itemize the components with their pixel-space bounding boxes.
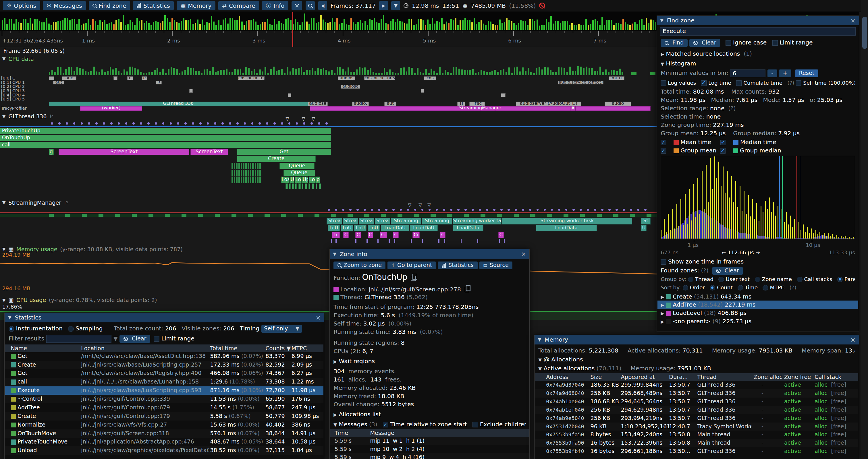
alloc-link[interactable]: alloc — [814, 415, 828, 421]
timeline-zone[interactable]: LoU — [341, 225, 353, 231]
found-zone-group[interactable]: ▶ Create (54,131) 643.34 ms — [657, 293, 859, 301]
message-dot[interactable] — [251, 122, 254, 125]
message-dot[interactable] — [110, 122, 113, 125]
message-dot[interactable] — [303, 122, 305, 125]
timeline-zone[interactable]: Queue — [283, 170, 315, 176]
collapse-icon[interactable]: ▼ — [2, 298, 6, 303]
table-row[interactable]: calljni/../jni/../../../src/claw/base/Lu… — [5, 378, 323, 386]
show-zone-time-checkbox[interactable] — [661, 259, 666, 265]
frame-menu-button[interactable]: ▼ — [391, 1, 400, 10]
timeline-zone[interactable] — [501, 93, 505, 97]
option-checkbox[interactable] — [796, 80, 801, 86]
group-by-radio[interactable] — [797, 277, 802, 282]
zone-info-titlebar[interactable]: ▼ Zone info × — [330, 249, 530, 259]
alloc-link[interactable]: alloc — [814, 406, 828, 413]
timeline-zone[interactable]: audiose — [341, 85, 360, 89]
sort-by-radio[interactable] — [683, 285, 688, 291]
timeline-zone[interactable]: OnTouchUp — [0, 135, 331, 141]
relative-time-checkbox[interactable] — [383, 422, 388, 427]
group-mean-checkbox[interactable] — [661, 148, 666, 154]
collapse-icon[interactable]: ▼ — [2, 247, 6, 252]
clear-found-button[interactable]: Clear — [712, 267, 743, 275]
expander-icon[interactable]: ▶ — [661, 295, 664, 300]
timeline-zone[interactable]: Streaming worker tas — [453, 218, 502, 224]
message-dot[interactable] — [155, 122, 157, 125]
tools-button[interactable]: ⚒ — [291, 1, 302, 10]
close-icon[interactable]: × — [850, 336, 856, 343]
message-dot[interactable] — [266, 122, 268, 125]
find-zone-search-input[interactable]: Execute — [660, 27, 855, 36]
collapse-icon[interactable]: ▼ — [2, 56, 6, 61]
memory-usage-header[interactable]: ▼ ▦ Memory usage (y-range: 30.88 KB, vis… — [2, 246, 183, 253]
message-dot[interactable] — [616, 209, 618, 211]
message-dot[interactable] — [66, 122, 68, 125]
timeline-zone[interactable]: Streaming — [391, 218, 421, 224]
message-dot[interactable] — [407, 209, 409, 211]
expander-icon[interactable]: ▼ — [538, 357, 542, 363]
timing-dropdown[interactable]: Self only▼ — [261, 325, 302, 333]
timeline-zone[interactable]: (worker) — [80, 106, 142, 111]
timeline-zone[interactable]: LoU — [354, 225, 366, 231]
expander-icon[interactable]: ▼ — [661, 61, 664, 67]
message-marker-icon[interactable]: ▽ — [408, 203, 411, 207]
group-median-checkbox[interactable] — [720, 148, 725, 154]
table-row[interactable]: Createjni/../jni/src/guif/Control.cpp:17… — [5, 412, 323, 421]
message-dot[interactable] — [273, 122, 276, 125]
timeline-zone[interactable]: Ti — [457, 102, 465, 106]
timeline-zone[interactable]: aut — [53, 81, 64, 85]
timeline-zone[interactable]: p — [316, 176, 320, 183]
message-dot[interactable] — [450, 209, 453, 211]
allocation-row[interactable]: 0x74ab9e5040256 KB293,994,219ns13:50.7GL… — [535, 414, 858, 423]
message-dot[interactable] — [140, 122, 142, 125]
table-row[interactable]: Normalizejni/../jni/src/claw/vfs/Vfs.cpp… — [5, 421, 323, 429]
cpu-data-header[interactable]: ▼ CPU data — [2, 56, 34, 63]
message-dot[interactable] — [529, 209, 531, 211]
message-dot[interactable] — [414, 209, 416, 211]
statistics-titlebar[interactable]: ▼ Statistics × — [5, 313, 324, 322]
message-dot[interactable] — [118, 122, 120, 125]
limit-range-checkbox[interactable] — [154, 336, 159, 341]
mean-time-checkbox[interactable] — [661, 140, 666, 145]
clear-button[interactable]: Clear — [689, 39, 720, 47]
message-dot[interactable] — [486, 209, 488, 211]
message-dot[interactable] — [400, 209, 402, 211]
message-dot[interactable] — [132, 122, 135, 125]
column-header[interactable]: Location — [81, 345, 104, 352]
column-header[interactable]: MTPC — [291, 345, 307, 352]
next-frame-button[interactable]: ▶ — [379, 1, 388, 10]
timeline-zone[interactable]: C — [393, 232, 398, 238]
timeline-zone[interactable]: Loa — [281, 176, 289, 183]
expander-icon[interactable]: ▶ — [334, 412, 337, 417]
message-row[interactable]: 5.59 smip 11 w 1 h 1 (1) — [330, 437, 529, 445]
message-dot[interactable] — [443, 209, 445, 211]
source-button[interactable]: ▤Source — [479, 262, 513, 269]
message-dot[interactable] — [51, 122, 53, 125]
expander-icon[interactable]: ▶ — [661, 302, 664, 308]
timeline-zone[interactable]: U — [290, 176, 294, 183]
table-row[interactable]: Unloadjni/../jni/src/claw/graphics/pixel… — [5, 446, 323, 455]
alloc-link[interactable]: alloc — [814, 448, 828, 454]
expander-icon[interactable]: ▶ — [661, 52, 664, 57]
scrollbar-thumb[interactable] — [862, 17, 867, 49]
timeline-zone[interactable]: ScreenText — [59, 149, 189, 155]
alloc-link[interactable]: alloc — [814, 431, 828, 438]
timeline-zone[interactable]: Queue — [279, 163, 314, 169]
message-dot[interactable] — [326, 122, 328, 125]
table-row[interactable]: AddTreejni/../jni/src/guif/Control.cpp:6… — [5, 403, 323, 412]
message-dot[interactable] — [392, 209, 395, 211]
search-button[interactable] — [306, 1, 315, 10]
timeline-zone[interactable]: mi_ti — [609, 76, 624, 80]
message-dot[interactable] — [328, 209, 330, 211]
message-dot[interactable] — [500, 209, 503, 211]
collapse-icon[interactable]: ▼ — [8, 315, 11, 320]
message-dot[interactable] — [544, 209, 546, 211]
timeline-zone[interactable]: cds_ol_rx_thr — [238, 76, 265, 80]
timeline-zone[interactable]: audioserver (AudioOut_D) — [516, 102, 581, 106]
timeline-zone[interactable]: Create — [237, 156, 316, 162]
timeline-zone[interactable]: Streaming — [422, 218, 453, 224]
timeline-zone[interactable]: LoadData — [536, 225, 597, 231]
message-dot[interactable] — [103, 122, 105, 125]
timeline-zone[interactable]: Strea — [359, 218, 374, 224]
timeline-zone[interactable]: C — [343, 232, 349, 238]
expander-icon[interactable]: ▶ — [661, 311, 664, 316]
